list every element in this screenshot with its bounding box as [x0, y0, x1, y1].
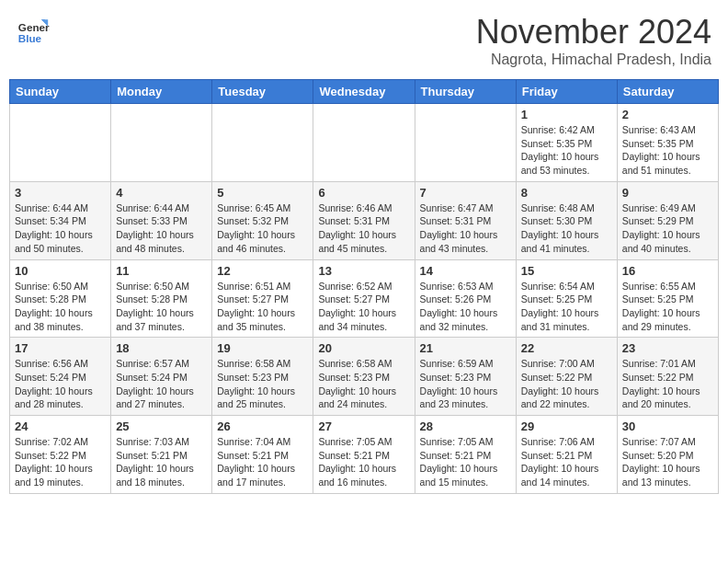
day-info: Sunrise: 6:50 AM Sunset: 5:28 PM Dayligh… [15, 280, 106, 334]
day-number: 5 [217, 186, 308, 200]
calendar-table: SundayMondayTuesdayWednesdayThursdayFrid… [9, 79, 719, 494]
day-number: 18 [116, 341, 207, 355]
day-number: 25 [116, 419, 207, 433]
day-number: 14 [420, 264, 511, 278]
day-info: Sunrise: 6:54 AM Sunset: 5:25 PM Dayligh… [521, 280, 612, 334]
day-cell: 1Sunrise: 6:42 AM Sunset: 5:35 PM Daylig… [516, 104, 617, 182]
location: Nagrota, Himachal Pradesh, India [476, 52, 711, 68]
day-info: Sunrise: 6:49 AM Sunset: 5:29 PM Dayligh… [622, 201, 713, 256]
day-cell: 4Sunrise: 6:44 AM Sunset: 5:33 PM Daylig… [111, 181, 212, 259]
day-number: 27 [318, 419, 409, 433]
day-number: 21 [420, 341, 511, 355]
day-cell: 23Sunrise: 7:01 AM Sunset: 5:22 PM Dayli… [617, 338, 718, 416]
day-cell: 17Sunrise: 6:56 AM Sunset: 5:24 PM Dayli… [10, 338, 111, 416]
day-info: Sunrise: 6:55 AM Sunset: 5:25 PM Dayligh… [622, 280, 713, 334]
day-cell: 27Sunrise: 7:05 AM Sunset: 5:21 PM Dayli… [313, 416, 415, 494]
weekday-header-friday: Friday [516, 80, 617, 104]
logo-icon: General Blue [17, 13, 50, 46]
page-header: General Blue November 2024 Nagrota, Hima… [9, 9, 719, 72]
day-info: Sunrise: 6:53 AM Sunset: 5:26 PM Dayligh… [420, 280, 511, 334]
title-section: November 2024 Nagrota, Himachal Pradesh,… [476, 13, 711, 68]
week-row-5: 24Sunrise: 7:02 AM Sunset: 5:22 PM Dayli… [10, 416, 719, 494]
day-cell: 12Sunrise: 6:51 AM Sunset: 5:27 PM Dayli… [212, 259, 313, 338]
day-number: 10 [15, 264, 106, 278]
day-number: 11 [116, 264, 207, 278]
day-cell: 18Sunrise: 6:57 AM Sunset: 5:24 PM Dayli… [111, 338, 212, 416]
svg-text:Blue: Blue [18, 32, 42, 44]
week-row-2: 3Sunrise: 6:44 AM Sunset: 5:34 PM Daylig… [10, 181, 719, 259]
weekday-header-monday: Monday [111, 80, 212, 104]
day-cell: 24Sunrise: 7:02 AM Sunset: 5:22 PM Dayli… [10, 416, 111, 494]
day-info: Sunrise: 6:51 AM Sunset: 5:27 PM Dayligh… [217, 280, 308, 334]
weekday-header-thursday: Thursday [415, 80, 516, 104]
day-cell [10, 104, 111, 182]
day-info: Sunrise: 7:05 AM Sunset: 5:21 PM Dayligh… [318, 435, 409, 489]
weekday-header-row: SundayMondayTuesdayWednesdayThursdayFrid… [10, 80, 719, 104]
day-number: 3 [15, 186, 106, 200]
day-cell: 15Sunrise: 6:54 AM Sunset: 5:25 PM Dayli… [516, 259, 617, 338]
weekday-header-wednesday: Wednesday [313, 80, 415, 104]
day-number: 28 [420, 419, 511, 433]
day-number: 22 [521, 341, 612, 355]
day-cell [415, 104, 516, 182]
day-number: 26 [217, 419, 308, 433]
logo: General Blue [17, 13, 50, 46]
day-info: Sunrise: 6:58 AM Sunset: 5:23 PM Dayligh… [217, 357, 308, 411]
day-cell: 20Sunrise: 6:58 AM Sunset: 5:23 PM Dayli… [313, 338, 415, 416]
day-number: 30 [622, 419, 713, 433]
day-cell: 5Sunrise: 6:45 AM Sunset: 5:32 PM Daylig… [212, 181, 313, 259]
day-number: 4 [116, 186, 207, 200]
day-number: 8 [521, 186, 612, 200]
day-cell: 25Sunrise: 7:03 AM Sunset: 5:21 PM Dayli… [111, 416, 212, 494]
day-number: 23 [622, 341, 713, 355]
day-number: 6 [318, 186, 409, 200]
week-row-1: 1Sunrise: 6:42 AM Sunset: 5:35 PM Daylig… [10, 104, 719, 182]
weekday-header-saturday: Saturday [617, 80, 718, 104]
month-title: November 2024 [476, 13, 711, 52]
day-info: Sunrise: 6:52 AM Sunset: 5:27 PM Dayligh… [318, 280, 409, 334]
day-info: Sunrise: 6:48 AM Sunset: 5:30 PM Dayligh… [521, 201, 612, 256]
day-info: Sunrise: 6:44 AM Sunset: 5:33 PM Dayligh… [116, 201, 207, 256]
day-number: 15 [521, 264, 612, 278]
day-info: Sunrise: 6:42 AM Sunset: 5:35 PM Dayligh… [521, 123, 612, 178]
day-info: Sunrise: 7:04 AM Sunset: 5:21 PM Dayligh… [217, 435, 308, 489]
day-number: 24 [15, 419, 106, 433]
day-number: 16 [622, 264, 713, 278]
day-info: Sunrise: 6:47 AM Sunset: 5:31 PM Dayligh… [420, 201, 511, 256]
day-info: Sunrise: 7:01 AM Sunset: 5:22 PM Dayligh… [622, 357, 713, 411]
day-cell: 11Sunrise: 6:50 AM Sunset: 5:28 PM Dayli… [111, 259, 212, 338]
day-number: 29 [521, 419, 612, 433]
day-cell: 28Sunrise: 7:05 AM Sunset: 5:21 PM Dayli… [415, 416, 516, 494]
day-cell: 7Sunrise: 6:47 AM Sunset: 5:31 PM Daylig… [415, 181, 516, 259]
day-cell: 13Sunrise: 6:52 AM Sunset: 5:27 PM Dayli… [313, 259, 415, 338]
day-cell: 9Sunrise: 6:49 AM Sunset: 5:29 PM Daylig… [617, 181, 718, 259]
day-info: Sunrise: 7:06 AM Sunset: 5:21 PM Dayligh… [521, 435, 612, 489]
weekday-header-tuesday: Tuesday [212, 80, 313, 104]
day-cell: 21Sunrise: 6:59 AM Sunset: 5:23 PM Dayli… [415, 338, 516, 416]
day-number: 2 [622, 108, 713, 121]
day-cell: 10Sunrise: 6:50 AM Sunset: 5:28 PM Dayli… [10, 259, 111, 338]
day-cell: 6Sunrise: 6:46 AM Sunset: 5:31 PM Daylig… [313, 181, 415, 259]
day-number: 20 [318, 341, 409, 355]
day-info: Sunrise: 6:59 AM Sunset: 5:23 PM Dayligh… [420, 357, 511, 411]
day-cell: 2Sunrise: 6:43 AM Sunset: 5:35 PM Daylig… [617, 104, 718, 182]
day-info: Sunrise: 6:58 AM Sunset: 5:23 PM Dayligh… [318, 357, 409, 411]
day-cell: 16Sunrise: 6:55 AM Sunset: 5:25 PM Dayli… [617, 259, 718, 338]
day-number: 1 [521, 108, 612, 121]
day-number: 19 [217, 341, 308, 355]
day-cell: 3Sunrise: 6:44 AM Sunset: 5:34 PM Daylig… [10, 181, 111, 259]
day-info: Sunrise: 6:45 AM Sunset: 5:32 PM Dayligh… [217, 201, 308, 256]
day-number: 7 [420, 186, 511, 200]
day-info: Sunrise: 7:02 AM Sunset: 5:22 PM Dayligh… [15, 435, 106, 489]
week-row-3: 10Sunrise: 6:50 AM Sunset: 5:28 PM Dayli… [10, 259, 719, 338]
day-info: Sunrise: 7:00 AM Sunset: 5:22 PM Dayligh… [521, 357, 612, 411]
week-row-4: 17Sunrise: 6:56 AM Sunset: 5:24 PM Dayli… [10, 338, 719, 416]
day-number: 17 [15, 341, 106, 355]
day-cell: 14Sunrise: 6:53 AM Sunset: 5:26 PM Dayli… [415, 259, 516, 338]
day-number: 13 [318, 264, 409, 278]
day-cell: 26Sunrise: 7:04 AM Sunset: 5:21 PM Dayli… [212, 416, 313, 494]
day-number: 9 [622, 186, 713, 200]
day-info: Sunrise: 7:05 AM Sunset: 5:21 PM Dayligh… [420, 435, 511, 489]
day-cell: 30Sunrise: 7:07 AM Sunset: 5:20 PM Dayli… [617, 416, 718, 494]
day-cell [313, 104, 415, 182]
